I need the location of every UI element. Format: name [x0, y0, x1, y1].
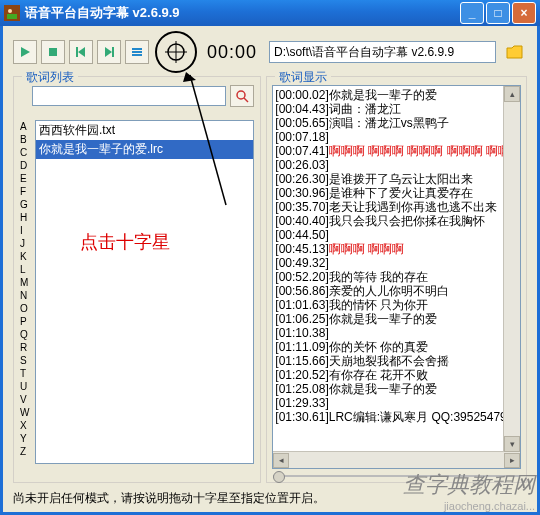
lyric-line: [01:15.66]天崩地裂我都不会舍摇: [275, 354, 518, 368]
horizontal-scrollbar[interactable]: ◂ ▸: [273, 451, 520, 468]
left-panel-title: 歌词列表: [22, 69, 78, 86]
lyric-line: [00:49.32]: [275, 256, 518, 270]
alpha-M[interactable]: M: [20, 276, 32, 289]
alpha-P[interactable]: P: [20, 315, 32, 328]
lyric-line: [01:30.61]LRC编辑:谦风寒月 QQ:39525479: [275, 410, 518, 424]
alpha-J[interactable]: J: [20, 237, 32, 250]
alpha-index[interactable]: ABCDEFGHIJKLMNOPQRSTUVWXYZ: [20, 120, 32, 464]
alpha-U[interactable]: U: [20, 380, 32, 393]
scroll-down-button[interactable]: ▾: [504, 436, 520, 452]
svg-rect-9: [132, 48, 142, 50]
lyric-line: [01:01.63]我的情怀 只为你开: [275, 298, 518, 312]
minimize-button[interactable]: _: [460, 2, 484, 24]
svg-rect-4: [49, 48, 57, 56]
alpha-B[interactable]: B: [20, 133, 32, 146]
app-icon: [4, 5, 20, 21]
alpha-C[interactable]: C: [20, 146, 32, 159]
scroll-left-button[interactable]: ◂: [273, 453, 289, 468]
svg-marker-5: [78, 47, 85, 57]
alpha-Q[interactable]: Q: [20, 328, 32, 341]
next-button[interactable]: [97, 40, 121, 64]
svg-point-1: [8, 9, 12, 13]
lyric-line: [00:52.20]我的等待 我的存在: [275, 270, 518, 284]
browse-button[interactable]: [503, 41, 527, 63]
alpha-H[interactable]: H: [20, 211, 32, 224]
vertical-scrollbar[interactable]: ▴ ▾: [503, 86, 520, 452]
alpha-R[interactable]: R: [20, 341, 32, 354]
search-input[interactable]: [32, 86, 226, 106]
lyric-line: [01:10.38]: [275, 326, 518, 340]
lyric-line: [00:56.86]亲爱的人儿你明不明白: [275, 284, 518, 298]
lyric-line: [00:30.96]是谁种下了爱火让真爱存在: [275, 186, 518, 200]
lyric-line: [00:26.03]: [275, 158, 518, 172]
prev-button[interactable]: [69, 40, 93, 64]
alpha-O[interactable]: O: [20, 302, 32, 315]
alpha-E[interactable]: E: [20, 172, 32, 185]
lyric-line: [01:25.08]你就是我一辈子的爱: [275, 382, 518, 396]
window-title: 语音平台自动字幕 v2.6.9.9: [25, 4, 180, 22]
search-button[interactable]: [230, 85, 254, 107]
lyric-line: [00:40.40]我只会我只会把你揉在我胸怀: [275, 214, 518, 228]
alpha-D[interactable]: D: [20, 159, 32, 172]
svg-marker-7: [105, 47, 112, 57]
svg-rect-11: [132, 54, 142, 56]
lyric-line: [00:07.18]: [275, 130, 518, 144]
alpha-F[interactable]: F: [20, 185, 32, 198]
alpha-Y[interactable]: Y: [20, 432, 32, 445]
alpha-G[interactable]: G: [20, 198, 32, 211]
lyric-line: [01:06.25]你就是我一辈子的爱: [275, 312, 518, 326]
svg-point-15: [237, 91, 245, 99]
alpha-T[interactable]: T: [20, 367, 32, 380]
alpha-V[interactable]: V: [20, 393, 32, 406]
svg-rect-2: [7, 14, 17, 19]
list-item[interactable]: 西西软件园.txt: [36, 121, 253, 140]
alpha-X[interactable]: X: [20, 419, 32, 432]
play-button[interactable]: [13, 40, 37, 64]
alpha-K[interactable]: K: [20, 250, 32, 263]
svg-rect-8: [112, 47, 114, 57]
scroll-up-button[interactable]: ▴: [504, 86, 520, 102]
svg-rect-6: [76, 47, 78, 57]
alpha-W[interactable]: W: [20, 406, 32, 419]
crosshair-button[interactable]: [155, 31, 197, 73]
maximize-button[interactable]: □: [486, 2, 510, 24]
time-display: 00:00: [207, 42, 257, 63]
lyric-line: [00:05.65]演唱：潘龙江vs黑鸭子: [275, 116, 518, 130]
lyrics-display: [00:00.02]你就是我一辈子的爱[00:04.43]词曲：潘龙江[00:0…: [272, 85, 521, 469]
list-item[interactable]: 你就是我一辈子的爱.lrc: [36, 140, 253, 159]
lyrics-file-list[interactable]: 西西软件园.txt你就是我一辈子的爱.lrc: [35, 120, 254, 464]
alpha-I[interactable]: I: [20, 224, 32, 237]
alpha-L[interactable]: L: [20, 263, 32, 276]
lyric-line: [00:35.70]老天让我遇到你再逃也逃不出来: [275, 200, 518, 214]
stop-button[interactable]: [41, 40, 65, 64]
alpha-S[interactable]: S: [20, 354, 32, 367]
lyric-line: [00:45.13]啊啊啊 啊啊啊: [275, 242, 518, 256]
alpha-Z[interactable]: Z: [20, 445, 32, 458]
lyric-line: [01:11.09]你的关怀 你的真爱: [275, 340, 518, 354]
close-button[interactable]: ×: [512, 2, 536, 24]
lyric-line: [00:44.50]: [275, 228, 518, 242]
progress-slider[interactable]: [273, 471, 520, 481]
svg-marker-3: [21, 47, 30, 57]
right-panel-title: 歌词显示: [275, 69, 331, 86]
lyric-line: [00:07.41]啊啊啊 啊啊啊 啊啊啊 啊啊啊 啊啊: [275, 144, 518, 158]
lyric-line: [00:00.02]你就是我一辈子的爱: [275, 88, 518, 102]
path-input[interactable]: D:\soft\语音平台自动字幕 v2.6.9.9: [269, 41, 496, 63]
lyric-line: [00:26.30]是谁拨开了乌云让太阳出来: [275, 172, 518, 186]
lyric-line: [01:29.33]: [275, 396, 518, 410]
alpha-N[interactable]: N: [20, 289, 32, 302]
svg-rect-10: [132, 51, 142, 53]
alpha-A[interactable]: A: [20, 120, 32, 133]
svg-line-16: [244, 98, 248, 102]
scroll-right-button[interactable]: ▸: [504, 453, 520, 468]
lyric-line: [00:04.43]词曲：潘龙江: [275, 102, 518, 116]
list-button[interactable]: [125, 40, 149, 64]
status-bar: 尚未开启任何模式，请按说明拖动十字星至指定位置开启。: [3, 488, 537, 512]
lyric-line: [01:20.52]有你存在 花开不败: [275, 368, 518, 382]
